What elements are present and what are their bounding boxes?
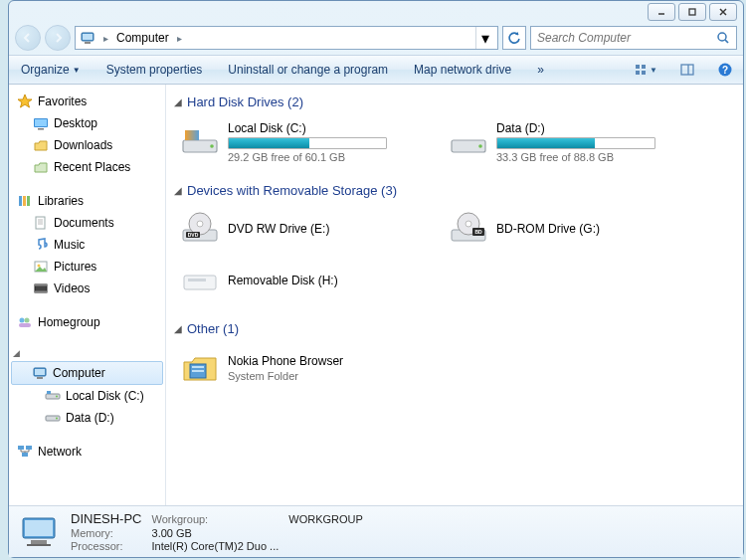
libraries-label: Libraries: [38, 194, 84, 208]
minimize-button[interactable]: [648, 3, 675, 21]
system-folder-icon: [180, 348, 220, 388]
sidebar-item-computer[interactable]: ◢: [9, 345, 165, 361]
sidebar-item-downloads[interactable]: Downloads: [9, 134, 165, 156]
search-icon[interactable]: [716, 31, 730, 45]
drive-local-disk-c[interactable]: Local Disk (C:) 29.2 GB free of 60.1 GB: [176, 117, 415, 167]
svg-text:?: ?: [722, 65, 728, 76]
processor-value: Intel(R) Core(TM)2 Duo ...: [152, 540, 280, 552]
section-header-other[interactable]: ◢Other (1): [170, 319, 739, 338]
svg-rect-18: [35, 119, 47, 126]
section-header-hdd[interactable]: ◢Hard Disk Drives (2): [170, 93, 739, 111]
capacity-bar: [228, 137, 387, 149]
breadcrumb-arrow-icon[interactable]: ▸: [175, 33, 184, 44]
svg-rect-19: [38, 128, 44, 130]
collapse-icon: ◢: [174, 185, 182, 196]
svg-rect-5: [83, 34, 93, 40]
close-button[interactable]: [709, 3, 737, 21]
svg-rect-45: [22, 453, 28, 457]
navigation-pane: Favorites Desktop Downloads Recent Place…: [9, 85, 166, 505]
music-icon: [33, 237, 49, 253]
explorer-window: ▸ Computer ▸ ▾ Organize ▼ System propert…: [8, 0, 744, 558]
address-history-dropdown[interactable]: ▾: [475, 27, 493, 49]
favorites-label: Favorites: [38, 94, 87, 108]
drive-removable-h[interactable]: Removable Disk (H:): [176, 258, 415, 305]
drive-name: Local Disk (C:): [228, 121, 411, 135]
section-header-removable[interactable]: ◢Devices with Removable Storage (3): [170, 181, 739, 200]
svg-rect-22: [27, 196, 30, 206]
svg-rect-13: [681, 65, 693, 75]
svg-point-40: [56, 396, 58, 398]
workgroup-value: WORKGROUP: [288, 513, 363, 525]
svg-rect-37: [37, 377, 43, 379]
sidebar-item-desktop[interactable]: Desktop: [9, 112, 165, 134]
breadcrumb-location[interactable]: Computer: [116, 31, 169, 45]
svg-rect-67: [25, 520, 53, 536]
svg-rect-43: [18, 446, 24, 450]
map-network-drive-button[interactable]: Map network drive: [410, 61, 515, 79]
svg-rect-36: [35, 369, 45, 375]
back-button[interactable]: [15, 25, 41, 51]
svg-point-7: [718, 33, 726, 41]
address-bar[interactable]: ▸ Computer ▸ ▾: [75, 26, 498, 50]
network-group[interactable]: Network: [9, 441, 165, 463]
homegroup-group[interactable]: Homegroup: [9, 311, 165, 333]
svg-rect-34: [19, 323, 31, 327]
sidebar-item-data-d[interactable]: Data (D:): [9, 407, 165, 429]
search-input[interactable]: [537, 31, 716, 45]
sidebar-item-documents[interactable]: Documents: [9, 212, 165, 234]
svg-rect-12: [642, 71, 646, 75]
svg-rect-23: [36, 217, 45, 229]
organize-menu[interactable]: Organize ▼: [17, 61, 85, 79]
toolbar-overflow-button[interactable]: »: [533, 61, 548, 79]
drive-bd-rom-g[interactable]: BD BD-ROM Drive (G:): [445, 206, 683, 254]
memory-label: Memory:: [71, 527, 142, 539]
forward-button[interactable]: [45, 25, 71, 51]
computer-name: DINESH-PC: [71, 511, 142, 526]
drive-free-space: 29.2 GB free of 60.1 GB: [228, 151, 411, 163]
drive-data-d[interactable]: Data (D:) 33.3 GB free of 88.8 GB: [445, 117, 683, 167]
svg-point-42: [56, 418, 58, 420]
collapse-icon: ◢: [174, 96, 182, 107]
hard-drive-icon: [180, 122, 220, 162]
window-controls: [648, 3, 737, 21]
preview-pane-button[interactable]: [677, 60, 697, 80]
search-box[interactable]: [530, 26, 737, 50]
collapse-icon: ◢: [174, 323, 182, 334]
computer-icon: [80, 30, 95, 46]
sidebar-item-pictures[interactable]: Pictures: [9, 256, 165, 278]
help-button[interactable]: ?: [715, 60, 735, 80]
sidebar-item-computer-selected[interactable]: Computer: [11, 361, 163, 385]
svg-rect-64: [192, 366, 204, 368]
breadcrumb-arrow-icon[interactable]: ▸: [101, 33, 110, 44]
drive-icon: [45, 388, 61, 404]
drive-name: DVD RW Drive (E:): [228, 222, 411, 236]
libraries-icon: [17, 193, 33, 209]
details-pane: DINESH-PC Workgroup: WORKGROUP Memory: 3…: [9, 505, 743, 557]
maximize-button[interactable]: [678, 3, 706, 21]
sidebar-item-videos[interactable]: Videos: [9, 278, 165, 299]
content-pane: ◢Hard Disk Drives (2) Local Disk (C:) 29…: [166, 85, 743, 505]
svg-point-50: [478, 144, 482, 148]
section-removable: ◢Devices with Removable Storage (3) DVD …: [170, 181, 739, 305]
sidebar-item-recent-places[interactable]: Recent Places: [9, 156, 165, 178]
svg-point-53: [197, 221, 203, 227]
workgroup-label: Workgroup:: [152, 513, 280, 525]
homegroup-icon: [17, 314, 33, 330]
drive-icon: [45, 410, 61, 426]
section-other: ◢Other (1) Nokia Phone Browser System Fo…: [170, 319, 739, 392]
sidebar-item-local-disk-c[interactable]: Local Disk (C:): [9, 385, 165, 407]
drive-dvd-rw-e[interactable]: DVD DVD RW Drive (E:): [176, 206, 415, 254]
system-properties-button[interactable]: System properties: [102, 61, 207, 79]
computer-label: Computer: [53, 366, 105, 380]
svg-text:DVD: DVD: [188, 232, 199, 238]
item-nokia-phone-browser[interactable]: Nokia Phone Browser System Folder: [176, 344, 415, 392]
libraries-group[interactable]: Libraries: [9, 190, 165, 212]
favorites-group[interactable]: Favorites: [9, 91, 165, 112]
sidebar-item-music[interactable]: Music: [9, 234, 165, 256]
refresh-button[interactable]: [502, 26, 526, 50]
view-options-button[interactable]: ▼: [632, 60, 659, 80]
memory-value: 3.00 GB: [152, 527, 280, 539]
uninstall-program-button[interactable]: Uninstall or change a program: [224, 61, 392, 79]
svg-point-58: [466, 221, 471, 227]
expand-icon: ◢: [13, 348, 23, 358]
